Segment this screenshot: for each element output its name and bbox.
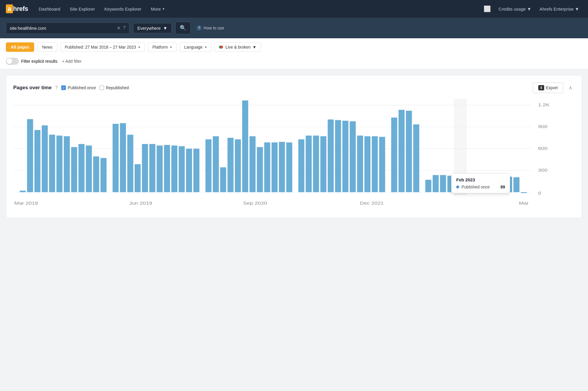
svg-rect-55 [399, 110, 405, 192]
credits-usage-button[interactable]: Credits usage ▼ [496, 5, 534, 13]
svg-rect-40 [279, 142, 285, 192]
svg-rect-38 [264, 143, 270, 192]
svg-rect-24 [157, 145, 163, 192]
svg-rect-26 [171, 145, 177, 192]
svg-rect-7 [27, 119, 33, 192]
language-filter-button[interactable]: Language ▼ [180, 42, 211, 52]
logo-a: a [6, 4, 13, 13]
logo-hrefs: hrefs [13, 5, 28, 13]
explicit-filter-toggle[interactable] [6, 58, 19, 65]
chart-svg: 1.2K 900 600 300 0 Mar 2018 Jun 2019 Sep… [13, 99, 575, 211]
published-once-checkbox-icon: ✓ [61, 85, 66, 90]
platform-caret-icon: ▼ [169, 46, 172, 49]
svg-rect-58 [425, 180, 432, 192]
collapse-chart-button[interactable]: ∧ [566, 83, 575, 92]
svg-rect-69 [506, 177, 512, 192]
svg-rect-60 [440, 175, 446, 192]
location-caret-icon: ▼ [163, 26, 167, 31]
export-button[interactable]: ⬇ Export [533, 82, 563, 93]
svg-rect-51 [364, 136, 371, 192]
tab-all-pages[interactable]: All pages [6, 42, 34, 52]
svg-rect-21 [135, 164, 141, 192]
search-input-wrapper: ✕ ? [6, 22, 129, 34]
published-caret-icon: ▼ [138, 46, 141, 49]
search-bar: ✕ ? Everywhere ▼ 🔍 ? How to use [0, 18, 588, 38]
svg-text:1.2K: 1.2K [538, 103, 549, 107]
svg-rect-18 [113, 124, 119, 192]
location-label: Everywhere [137, 26, 161, 31]
svg-rect-22 [142, 144, 148, 192]
published-filter-button[interactable]: Published: 27 Mar 2018 – 27 Mar 2023 ▼ [60, 42, 145, 52]
svg-rect-31 [213, 136, 219, 192]
svg-rect-19 [120, 123, 126, 192]
svg-rect-25 [164, 145, 170, 192]
svg-rect-44 [313, 136, 319, 192]
svg-text:Jun 2019: Jun 2019 [129, 201, 152, 206]
chart-title-row: Pages over time ? ✓ Published once Repub… [13, 85, 129, 91]
search-input[interactable] [10, 23, 114, 34]
search-help-icon[interactable]: ? [123, 25, 126, 31]
published-once-checkbox-label[interactable]: ✓ Published once [61, 85, 96, 90]
add-filter-button[interactable]: + Add filter [60, 58, 84, 65]
nav-more[interactable]: More ▼ [147, 4, 169, 14]
svg-rect-61 [447, 176, 454, 192]
enterprise-button[interactable]: Ahrefs Enterprise ▼ [537, 5, 582, 13]
svg-rect-67 [492, 177, 498, 192]
svg-rect-49 [350, 121, 356, 192]
clear-search-icon[interactable]: ✕ [117, 25, 121, 31]
svg-rect-57 [413, 125, 419, 192]
svg-rect-28 [186, 149, 192, 192]
chart-help-icon[interactable]: ? [55, 85, 58, 90]
svg-rect-17 [101, 158, 107, 192]
chart-actions: ⬇ Export ∧ [533, 82, 575, 93]
export-label: Export [546, 85, 558, 90]
live-broken-label: Live & broken [225, 45, 251, 49]
nav-keywords-explorer[interactable]: Keywords Explorer [101, 4, 145, 14]
enterprise-label: Ahrefs Enterprise [539, 6, 574, 11]
svg-rect-42 [298, 139, 304, 192]
broken-dot-icon [220, 46, 223, 49]
svg-rect-11 [56, 136, 63, 192]
svg-rect-8 [34, 130, 41, 192]
svg-rect-29 [193, 149, 199, 192]
svg-text:300: 300 [538, 168, 547, 173]
top-navigation: ahrefs Dashboard Site Explorer Keywords … [0, 0, 588, 18]
nav-site-explorer[interactable]: Site Explorer [66, 4, 99, 14]
credits-caret-icon: ▼ [527, 6, 531, 11]
search-button[interactable]: 🔍 [175, 22, 191, 34]
svg-rect-14 [79, 144, 85, 192]
chart-card: Pages over time ? ✓ Published once Repub… [6, 75, 582, 218]
svg-rect-33 [227, 138, 234, 192]
how-to-use-link[interactable]: ? How to use [196, 25, 224, 31]
monitor-icon[interactable]: ⬜ [481, 4, 493, 14]
svg-rect-47 [335, 120, 341, 192]
svg-rect-45 [320, 136, 327, 192]
nav-dashboard[interactable]: Dashboard [35, 4, 64, 14]
nav-right: ⬜ Credits usage ▼ Ahrefs Enterprise ▼ [481, 4, 582, 14]
toggle-knob [6, 58, 12, 64]
svg-rect-62 [455, 188, 461, 192]
platform-filter-button[interactable]: Platform ▼ [148, 42, 177, 52]
svg-rect-39 [271, 143, 278, 192]
svg-rect-37 [257, 147, 263, 192]
svg-rect-70 [513, 177, 519, 192]
explicit-filter-row: Filter explicit results + Add filter [6, 58, 582, 65]
svg-rect-53 [379, 137, 385, 192]
location-selector[interactable]: Everywhere ▼ [133, 23, 172, 33]
logo[interactable]: ahrefs [6, 4, 28, 13]
svg-rect-15 [86, 145, 92, 192]
tab-news[interactable]: News [37, 42, 57, 52]
republished-label: Republished [106, 85, 129, 90]
svg-rect-68 [499, 177, 505, 192]
language-label: Language [184, 45, 202, 49]
republished-checkbox-icon [99, 85, 104, 90]
svg-rect-10 [49, 135, 55, 192]
svg-rect-50 [357, 136, 363, 192]
svg-rect-59 [433, 175, 439, 192]
svg-rect-12 [64, 136, 70, 192]
svg-text:Mar: Mar [519, 201, 529, 206]
live-broken-filter-button[interactable]: Live & broken ▼ [214, 42, 261, 52]
enterprise-caret-icon: ▼ [575, 6, 579, 11]
svg-rect-64 [469, 175, 476, 192]
republished-checkbox-label[interactable]: Republished [99, 85, 129, 90]
